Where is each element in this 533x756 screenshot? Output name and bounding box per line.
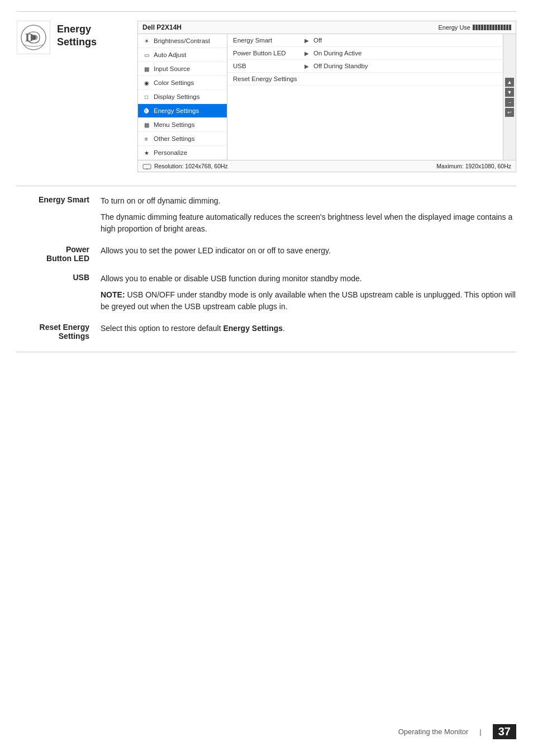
svg-rect-2 — [143, 164, 151, 169]
note-label: NOTE: — [101, 290, 125, 299]
desc-term-power-button-led: Power Button LED — [17, 245, 89, 263]
panel-label-usb: USB — [233, 63, 300, 69]
footer-separator: | — [479, 727, 481, 736]
other-settings-icon: ≡ — [142, 135, 150, 143]
brightness-contrast-icon: ☀ — [142, 37, 150, 45]
menu-item-other-settings[interactable]: ≡Other Settings — [138, 132, 227, 146]
page: D Energy Settings Dell P2X14H Energy Use — [0, 0, 533, 756]
panel-arrow-usb: ▶ — [304, 63, 309, 69]
panel-row-energy-smart[interactable]: Energy Smart▶Off — [227, 34, 503, 47]
input-source-label: Input Source — [154, 65, 190, 72]
bar-seg-14 — [509, 25, 511, 30]
desc-row-power-button-led: Power Button LEDAllows you to set the po… — [17, 245, 516, 263]
bar-seg-12 — [503, 25, 506, 30]
menu-item-energy-settings[interactable]: Energy Settings — [138, 104, 227, 118]
osd-panel-right: Energy Smart▶OffPower Button LED▶On Duri… — [227, 34, 503, 160]
energy-use-label: Energy Use — [439, 24, 470, 31]
input-source-icon: ▩ — [142, 65, 150, 73]
energy-use-bar: Energy Use — [439, 24, 511, 31]
menu-item-menu-settings[interactable]: ▩Menu Settings — [138, 118, 227, 132]
bar-seg-3 — [478, 25, 480, 30]
menu-item-brightness-contrast[interactable]: ☀Brightness/Contrast — [138, 34, 227, 48]
bar-seg-4 — [481, 25, 483, 30]
panel-row-power-button-led[interactable]: Power Button LED▶On During Active — [227, 47, 503, 60]
menu-item-display-settings[interactable]: □Display Settings — [138, 90, 227, 104]
panel-value-energy-smart: Off — [313, 37, 322, 44]
monitor-header: Dell P2X14H Energy Use — [138, 21, 516, 34]
display-settings-icon: □ — [142, 93, 150, 101]
bar-seg-9 — [495, 25, 497, 30]
desc-para-usb-1: NOTE: USB ON/OFF under standby mode is o… — [101, 289, 516, 313]
panel-arrow-energy-smart: ▶ — [304, 37, 309, 44]
desc-definition-reset-energy-settings: Select this option to restore default En… — [101, 323, 516, 341]
resolution-max: Maximum: 1920x1080, 60Hz — [436, 163, 511, 169]
desc-para-usb-0: Allows you to enable or disable USB func… — [101, 273, 516, 285]
top-divider — [17, 11, 516, 12]
nav-back-button[interactable]: ↩ — [505, 108, 514, 117]
bar-seg-5 — [484, 25, 486, 30]
monitor-body: ☀Brightness/Contrast▭Auto Adjust▩Input S… — [138, 34, 516, 160]
resolution-current: Resolution: 1024x768, 60Hz — [142, 163, 228, 169]
svg-text:D: D — [25, 30, 34, 44]
dell-logo-icon: D — [20, 23, 47, 51]
logo-title-block: D Energy Settings — [17, 21, 129, 54]
footer: Operating the Monitor | 37 — [17, 724, 516, 739]
nav-controls[interactable]: ▲ ▼ → ↩ — [503, 34, 516, 160]
page-title: Energy Settings — [57, 21, 97, 49]
panel-arrow-power-button-led: ▶ — [304, 50, 309, 56]
desc-para-energy-smart-0: To turn on or off dynamic dimming. — [101, 195, 516, 207]
panel-value-usb: Off During Standby — [313, 63, 368, 69]
personalize-label: Personalize — [154, 149, 187, 156]
svg-rect-3 — [146, 169, 148, 169]
menu-item-input-source[interactable]: ▩Input Source — [138, 62, 227, 76]
resolution-bar: Resolution: 1024x768, 60Hz Maximum: 1920… — [138, 160, 516, 172]
bar-seg-1 — [473, 25, 475, 30]
menu-item-color-settings[interactable]: ◉Color Settings — [138, 76, 227, 90]
menu-settings-label: Menu Settings — [154, 121, 195, 128]
osd-menu-list: ☀Brightness/Contrast▭Auto Adjust▩Input S… — [138, 34, 227, 160]
menu-item-personalize[interactable]: ★Personalize — [138, 146, 227, 160]
energy-settings-label: Energy Settings — [154, 107, 199, 114]
desc-para-energy-smart-1: The dynamic dimming feature automaticall… — [101, 211, 516, 235]
bar-seg-6 — [487, 25, 489, 30]
bar-seg-10 — [498, 25, 500, 30]
desc-para-reset-energy-settings-0: Select this option to restore default En… — [101, 323, 516, 334]
panel-label-reset-energy-settings: Reset Energy Settings — [233, 75, 300, 82]
bar-seg-7 — [489, 25, 492, 30]
color-settings-icon: ◉ — [142, 79, 150, 87]
bar-seg-8 — [492, 25, 494, 30]
panel-label-power-button-led: Power Button LED — [233, 50, 300, 56]
desc-definition-usb: Allows you to enable or disable USB func… — [101, 273, 516, 313]
desc-term-energy-smart: Energy Smart — [17, 195, 89, 235]
panel-row-reset-energy-settings[interactable]: Reset Energy Settings — [227, 73, 503, 86]
auto-adjust-label: Auto Adjust — [154, 51, 186, 58]
monitor-model: Dell P2X14H — [142, 23, 182, 31]
bar-seg-2 — [475, 25, 478, 30]
energy-settings-icon — [142, 107, 150, 115]
panel-row-usb[interactable]: USB▶Off During Standby — [227, 60, 503, 73]
footer-page-number: 37 — [493, 724, 516, 739]
nav-up-button[interactable]: ▲ — [505, 78, 514, 87]
auto-adjust-icon: ▭ — [142, 51, 150, 59]
desc-term-reset-energy-settings: Reset Energy Settings — [17, 323, 89, 341]
desc-term-usb: USB — [17, 273, 89, 313]
personalize-icon: ★ — [142, 149, 150, 157]
other-settings-label: Other Settings — [154, 135, 195, 142]
desc-row-energy-smart: Energy SmartTo turn on or off dynamic di… — [17, 195, 516, 235]
nav-right-button[interactable]: → — [505, 98, 514, 107]
footer-label: Operating the Monitor — [398, 727, 469, 736]
color-settings-label: Color Settings — [154, 79, 194, 86]
section-divider-2 — [17, 352, 516, 352]
display-settings-label: Display Settings — [154, 93, 199, 100]
menu-item-auto-adjust[interactable]: ▭Auto Adjust — [138, 48, 227, 62]
logo-box: D — [17, 21, 50, 54]
desc-row-usb: USBAllows you to enable or disable USB f… — [17, 273, 516, 313]
bar-seg-11 — [501, 25, 503, 30]
nav-down-button[interactable]: ▼ — [505, 88, 514, 97]
desc-para-power-button-led-0: Allows you to set the power LED indicato… — [101, 245, 516, 257]
bar-seg-13 — [506, 25, 508, 30]
bold-phrase-reset-energy-settings: Energy Settings — [223, 324, 283, 333]
panel-label-energy-smart: Energy Smart — [233, 37, 300, 44]
bar-indicator — [473, 25, 511, 30]
panel-value-power-button-led: On During Active — [313, 50, 361, 56]
